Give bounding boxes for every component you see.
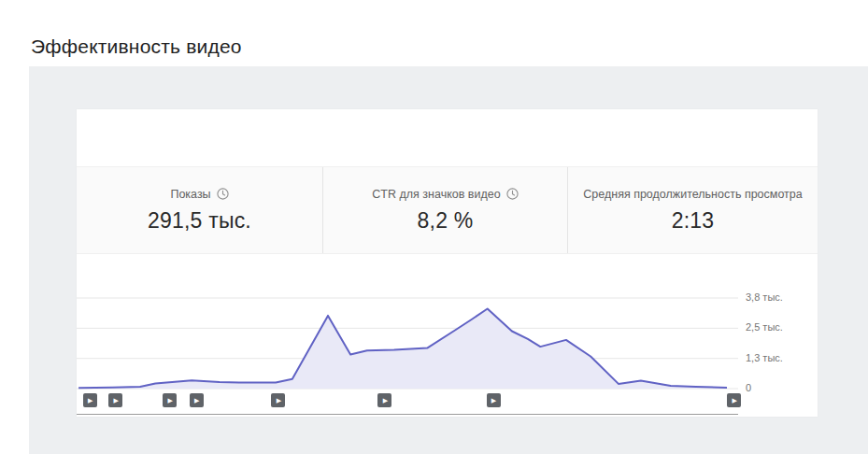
timeline-bottom-border [77,414,738,415]
y-axis-tick-label: 0 [746,382,811,395]
card-header-spacer [77,109,818,166]
avg-view-duration-value: 2:13 [672,208,715,234]
video-play-marker[interactable]: ▶ [377,393,391,407]
play-icon: ▶ [194,397,199,404]
play-icon: ▶ [277,397,281,404]
video-play-marker[interactable]: ▶ [727,393,741,407]
video-publish-markers-row: ▶▶▶▶▶▶▶▶ [77,393,738,407]
metric-card-ctr[interactable]: CTR для значков видео 8,2 % [322,167,567,253]
metric-card-avg-view-duration[interactable]: Средняя продолжительность просмотра 2:13 [567,167,818,253]
video-play-marker[interactable]: ▶ [190,393,204,407]
y-axis-tick-label: 1,3 тыс. [746,352,811,365]
delayed-data-clock-icon [217,188,229,200]
play-icon: ▶ [383,397,388,404]
impressions-value: 291,5 тыс. [148,208,251,234]
video-play-marker[interactable]: ▶ [271,393,285,407]
play-icon: ▶ [733,397,737,404]
video-play-marker[interactable]: ▶ [487,393,501,407]
play-icon: ▶ [491,397,496,404]
video-play-marker[interactable]: ▶ [163,393,177,407]
video-play-marker[interactable]: ▶ [108,393,122,407]
y-axis-tick-label: 3,8 тыс. [746,291,811,305]
ctr-label: CTR для значков видео [372,188,500,201]
ctr-value: 8,2 % [418,208,474,234]
delayed-data-clock-icon [506,188,519,200]
impressions-label: Показы [170,188,210,201]
metric-card-impressions[interactable]: Показы 291,5 тыс. [77,167,322,253]
page-title: Эффективность видео [31,35,242,58]
video-performance-card: Показы 291,5 тыс. CTR для значков видео [77,109,818,417]
analytics-panel: Показы 291,5 тыс. CTR для значков видео [29,66,868,454]
play-icon: ▶ [168,397,173,404]
avg-view-duration-label: Средняя продолжительность просмотра [583,188,802,201]
video-play-marker[interactable]: ▶ [83,393,97,407]
impressions-area-chart[interactable] [77,252,738,417]
metrics-row: Показы 291,5 тыс. CTR для значков видео [77,166,818,254]
y-axis-tick-label: 2,5 тыс. [746,321,811,334]
play-icon: ▶ [88,397,92,404]
play-icon: ▶ [114,397,119,404]
